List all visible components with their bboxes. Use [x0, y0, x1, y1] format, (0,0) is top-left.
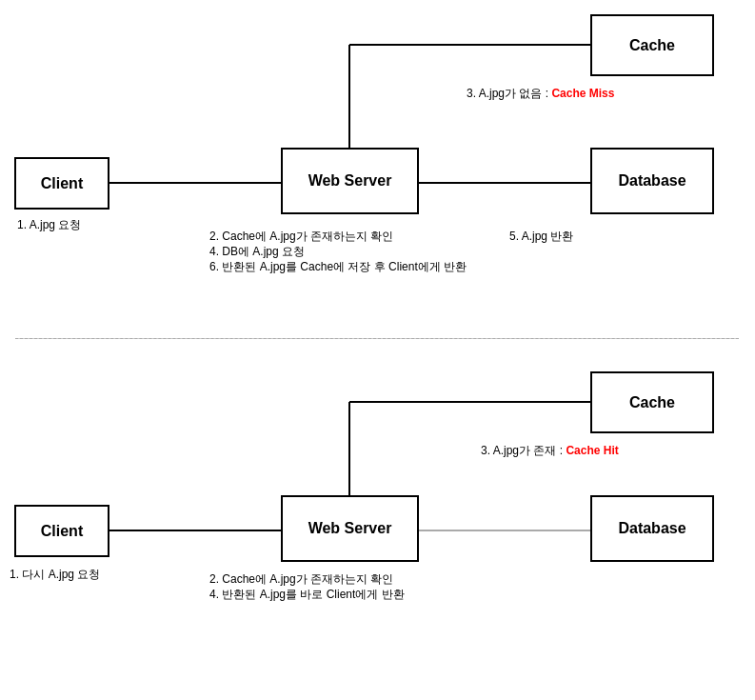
bottom-client-box: Client: [14, 505, 109, 557]
bottom-label-2: 2. Cache에 A.jpg가 존재하는지 확인: [209, 571, 393, 588]
bottom-label-3: 3. A.jpg가 존재 : Cache Hit: [481, 443, 619, 459]
top-label-4: 4. DB에 A.jpg 요청: [209, 244, 305, 260]
top-label-1: 1. A.jpg 요청: [17, 217, 81, 233]
bottom-cache-label: Cache: [629, 394, 675, 411]
top-label-2: 2. Cache에 A.jpg가 존재하는지 확인: [209, 229, 393, 245]
top-cache-label: Cache: [629, 37, 675, 54]
bottom-cache-box: Cache: [590, 371, 714, 433]
top-client-box: Client: [14, 157, 109, 210]
bottom-webserver-label: Web Server: [308, 520, 392, 537]
top-webserver-box: Web Server: [281, 148, 419, 214]
bottom-webserver-box: Web Server: [281, 495, 419, 562]
top-database-box: Database: [590, 148, 714, 214]
top-webserver-label: Web Server: [308, 172, 392, 190]
bottom-label-4: 4. 반환된 A.jpg를 바로 Client에게 반환: [209, 587, 405, 603]
bottom-label-1: 1. 다시 A.jpg 요청: [10, 567, 100, 583]
top-label-6: 6. 반환된 A.jpg를 Cache에 저장 후 Client에게 반환: [209, 259, 467, 275]
bottom-database-label: Database: [618, 520, 685, 537]
top-label-3: 3. A.jpg가 없음 : Cache Miss: [467, 86, 614, 102]
section-divider: [15, 338, 739, 339]
bottom-client-label: Client: [41, 523, 83, 540]
top-label-5: 5. A.jpg 반환: [509, 229, 573, 245]
bottom-database-box: Database: [590, 495, 714, 562]
top-database-label: Database: [618, 172, 685, 190]
top-client-label: Client: [41, 175, 83, 192]
top-cache-box: Cache: [590, 14, 714, 76]
diagram-container: Client Web Server Cache Database 1. A.jp…: [0, 0, 755, 700]
